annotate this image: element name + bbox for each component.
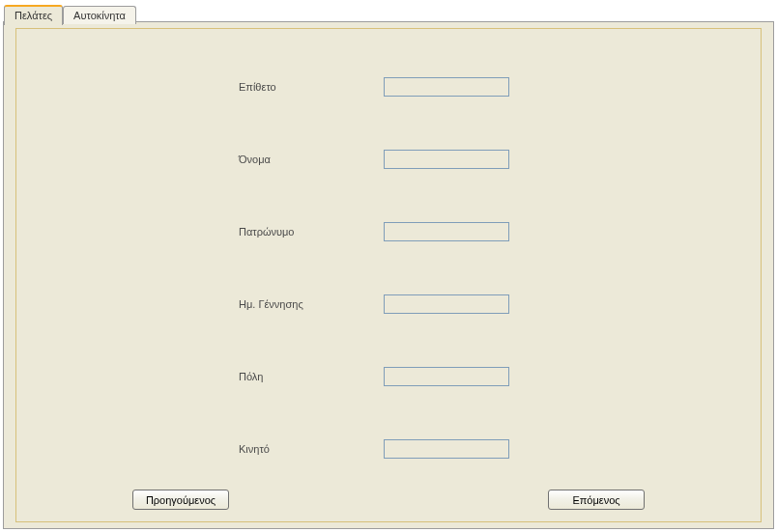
tab-cars-label: Αυτοκίνητα bbox=[73, 10, 126, 21]
app-window: Πελάτες Αυτοκίνητα Επίθετο Όνομα Πατρώνυ… bbox=[0, 0, 777, 532]
input-birthdate[interactable] bbox=[384, 294, 509, 314]
label-city: Πόλη bbox=[239, 371, 355, 382]
input-name[interactable] bbox=[384, 150, 509, 169]
tab-strip: Πελάτες Αυτοκίνητα bbox=[4, 4, 136, 24]
label-mobile: Κινητό bbox=[239, 443, 355, 455]
tab-panel: Επίθετο Όνομα Πατρώνυμο Ημ. Γέννησης Πόλ… bbox=[3, 21, 774, 529]
label-surname: Επίθετο bbox=[239, 81, 355, 93]
tab-customers-label: Πελάτες bbox=[14, 10, 52, 21]
tab-cars[interactable]: Αυτοκίνητα bbox=[63, 6, 136, 24]
previous-button[interactable]: Προηγούμενος bbox=[132, 490, 229, 510]
label-birthdate: Ημ. Γέννησης bbox=[239, 298, 355, 310]
label-name: Όνομα bbox=[239, 154, 355, 165]
label-fathersname: Πατρώνυμο bbox=[239, 226, 355, 238]
tab-customers[interactable]: Πελάτες bbox=[4, 5, 63, 25]
form-frame: Επίθετο Όνομα Πατρώνυμο Ημ. Γέννησης Πόλ… bbox=[15, 28, 762, 522]
input-mobile[interactable] bbox=[384, 439, 509, 459]
input-fathersname[interactable] bbox=[384, 222, 509, 241]
next-button[interactable]: Επόμενος bbox=[548, 490, 645, 510]
input-city[interactable] bbox=[384, 367, 509, 386]
input-surname[interactable] bbox=[384, 77, 509, 97]
